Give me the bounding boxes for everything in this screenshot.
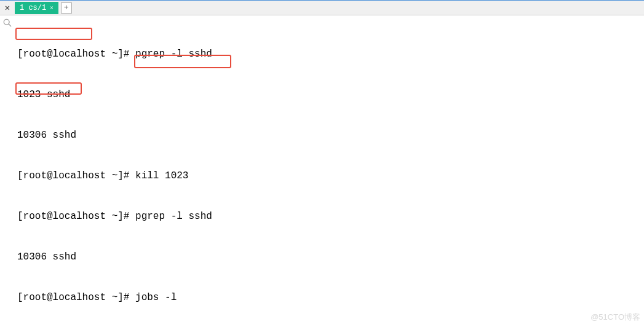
terminal-output[interactable]: [root@localhost ~]# pgrep -l sshd 1023 s… [0, 15, 644, 324]
terminal-line: 10306 sshd [17, 128, 644, 142]
tab-label: 1 cs/1 [20, 4, 46, 12]
close-window-button[interactable]: ✕ [1, 2, 14, 14]
tab-close-icon[interactable]: ✕ [50, 4, 53, 11]
window-header: ✕ 1 cs/1 ✕ + [0, 0, 644, 15]
terminal-line: [root@localhost ~]# pgrep -l sshd [17, 47, 644, 61]
terminal-line: 10306 sshd [17, 250, 644, 264]
terminal-line: 1023 sshd [17, 88, 644, 101]
terminal-line: [root@localhost ~]# kill 1023 [17, 169, 644, 183]
svg-line-1 [9, 24, 11, 26]
search-icon[interactable] [3, 18, 12, 27]
terminal-line: [root@localhost ~]# pgrep -l sshd [17, 210, 644, 223]
watermark: @51CTO博客 [590, 312, 640, 323]
terminal-line: [root@localhost ~]# jobs -l [17, 291, 644, 304]
terminal-tab[interactable]: 1 cs/1 ✕ [15, 2, 58, 14]
add-tab-button[interactable]: + [61, 2, 72, 14]
